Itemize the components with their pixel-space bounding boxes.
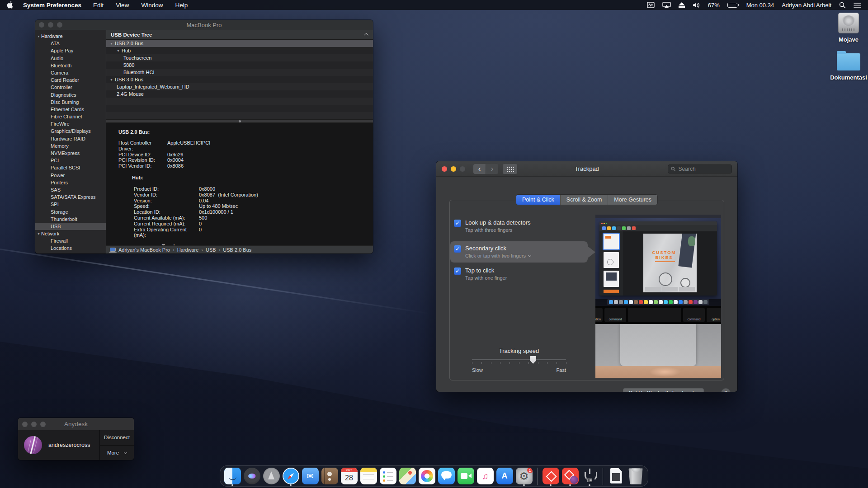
menu-bar-clock[interactable]: Mon 00.34: [746, 2, 774, 9]
dock-item-calendar[interactable]: OCT28: [340, 468, 358, 484]
sidebar-group-hardware[interactable]: ▼Hardware: [35, 33, 106, 40]
sidebar-item-disc-burning[interactable]: Disc Burning: [35, 99, 106, 106]
sidebar-item-nvmexpress[interactable]: NVMExpress: [35, 150, 106, 157]
tree-row-usb-3-0-bus[interactable]: ▼USB 3.0 Bus: [106, 76, 373, 83]
sidebar-item-hardware-raid[interactable]: Hardware RAID: [35, 135, 106, 142]
dock-item-app-store[interactable]: A: [495, 468, 514, 484]
breadcrumb-item[interactable]: Hardware: [177, 247, 199, 253]
tab-point-click[interactable]: Point & Click: [516, 195, 561, 205]
apple-menu[interactable]: [7, 1, 13, 9]
dock-item-reminders[interactable]: [379, 468, 397, 484]
notification-center-icon[interactable]: [854, 2, 861, 8]
tree-row-usb-2-0-bus[interactable]: ▼USB 2.0 Bus: [106, 40, 373, 47]
checkbox-tap-to-click[interactable]: ✓: [454, 267, 461, 275]
sidebar-item-memory[interactable]: Memory: [35, 142, 106, 150]
disclosure-triangle-icon[interactable]: ▼: [110, 76, 113, 84]
sidebar-item-sata-sata-express[interactable]: SATA/SATA Express: [35, 193, 106, 201]
sidebar-item-spi[interactable]: SPI: [35, 201, 106, 208]
disclosure-triangle-icon[interactable]: ▼: [37, 33, 40, 40]
dock-item-maps[interactable]: [398, 468, 416, 484]
dock-item-notes[interactable]: [359, 468, 377, 484]
slider-track[interactable]: [472, 359, 566, 360]
anydesk-titlebar[interactable]: Anydesk: [18, 418, 134, 430]
sidebar-item-usb[interactable]: USB: [35, 223, 106, 230]
checkbox-secondary-click[interactable]: ✓: [454, 245, 461, 253]
sidebar-item-diagnostics[interactable]: Diagnostics: [35, 91, 106, 99]
tree-row-hub[interactable]: ▼Hub: [106, 47, 373, 54]
trackpad-titlebar[interactable]: ‹ › Trackpad: [436, 161, 737, 177]
disclosure-triangle-icon[interactable]: ▼: [110, 40, 113, 47]
dock-item-anydesk[interactable]: [542, 468, 560, 484]
desktop-icon-dokumentasi[interactable]: Dokumentasi: [829, 53, 868, 81]
sidebar-item-ata[interactable]: ATA: [35, 40, 106, 47]
help-button[interactable]: ?: [721, 388, 731, 392]
sidebar-group-network[interactable]: ▼Network: [35, 230, 106, 237]
desktop-icon-mojave[interactable]: Mojave: [829, 13, 868, 43]
tree-row-touchscreen[interactable]: Touchscreen: [106, 54, 373, 61]
more-button[interactable]: More: [100, 445, 134, 460]
dock-item-claw-tool[interactable]: [580, 468, 599, 484]
disconnect-button[interactable]: Disconnect: [100, 430, 134, 445]
dock-item-finder[interactable]: [223, 468, 241, 484]
search-input[interactable]: [678, 165, 729, 173]
close-button[interactable]: [39, 22, 44, 28]
sidebar-item-firewall[interactable]: Firewall: [35, 237, 106, 244]
search-icon[interactable]: [839, 2, 846, 9]
menu-bar-user[interactable]: Adriyan Abdi Arbeit: [782, 2, 831, 9]
sidebar-item-printers[interactable]: Printers: [35, 179, 106, 186]
dock-item-facetime[interactable]: [457, 468, 475, 484]
sidebar-item-sas[interactable]: SAS: [35, 186, 106, 193]
breadcrumb-item[interactable]: Adriyan's MacBook Pro: [118, 247, 170, 253]
dock-item-launchpad[interactable]: [262, 468, 280, 484]
sidebar-item-ethernet-cards[interactable]: Ethernet Cards: [35, 106, 106, 113]
dock-item-contacts[interactable]: [321, 468, 339, 484]
tree-row-laptop-integrated-webcam-hd[interactable]: Laptop_Integrated_Webcam_HD: [106, 83, 373, 90]
close-button[interactable]: [442, 166, 447, 172]
sidebar-item-bluetooth[interactable]: Bluetooth: [35, 62, 106, 69]
sidebar-item-camera[interactable]: Camera: [35, 69, 106, 76]
activity-monitor-icon[interactable]: [647, 2, 655, 8]
eject-icon[interactable]: [679, 2, 685, 8]
sidebar-item-parallel-scsi[interactable]: Parallel SCSI: [35, 164, 106, 171]
sidebar-item-apple-pay[interactable]: Apple Pay: [35, 47, 106, 54]
sidebar-item-locations[interactable]: Locations: [35, 244, 106, 252]
disclosure-triangle-icon[interactable]: ▼: [117, 47, 120, 55]
menu-window[interactable]: Window: [141, 2, 163, 9]
airplay-display-icon[interactable]: [662, 2, 671, 8]
dock-item-trash[interactable]: [627, 468, 645, 484]
breadcrumb-item[interactable]: USB 2.0 Bus: [223, 247, 251, 253]
chevron-down-icon[interactable]: [528, 254, 531, 257]
tab-scroll-zoom[interactable]: Scroll & Zoom: [561, 195, 609, 205]
dock-item-anydesk-alt[interactable]: [561, 468, 579, 484]
dock-item-document-stack[interactable]: [607, 468, 625, 484]
menu-edit[interactable]: Edit: [93, 2, 104, 9]
checkbox-look-up-data-detectors[interactable]: ✓: [454, 220, 461, 227]
collapse-chevron-icon[interactable]: [364, 33, 368, 38]
sidebar-item-graphics-displays[interactable]: Graphics/Displays: [35, 127, 106, 135]
dock-item-safari[interactable]: [282, 468, 300, 484]
dock-item-system-preferences[interactable]: ⚙1: [515, 468, 533, 484]
back-button[interactable]: ‹: [473, 164, 486, 174]
dock-item-photos[interactable]: [418, 468, 436, 484]
zoom-button[interactable]: [460, 166, 465, 172]
dock-item-siri[interactable]: [243, 468, 261, 484]
dock-item-messages[interactable]: [437, 468, 455, 484]
breadcrumb-item[interactable]: USB: [206, 247, 216, 253]
sidebar-item-controller[interactable]: Controller: [35, 84, 106, 91]
sidebar-item-fibre-channel[interactable]: Fibre Channel: [35, 113, 106, 120]
tree-row-2-4g-mouse[interactable]: 2.4G Mouse: [106, 90, 373, 98]
menu-help[interactable]: Help: [175, 2, 188, 9]
show-all-preferences-button[interactable]: [503, 164, 517, 174]
zoom-button[interactable]: [57, 22, 62, 28]
app-menu-title[interactable]: System Preferences: [23, 2, 81, 9]
sidebar-item-pci[interactable]: PCI: [35, 157, 106, 164]
tree-row-5880[interactable]: 5880: [106, 61, 373, 69]
tree-row-bluetooth-hci[interactable]: Bluetooth HCI: [106, 69, 373, 76]
battery-icon[interactable]: [727, 3, 739, 8]
minimize-button[interactable]: [48, 22, 53, 28]
pane-splitter[interactable]: [106, 119, 373, 123]
dock-item-itunes[interactable]: ♫: [476, 468, 494, 484]
search-field[interactable]: [668, 164, 732, 174]
sidebar-item-storage[interactable]: Storage: [35, 208, 106, 216]
set-up-bluetooth-trackpad-button[interactable]: Set Up Bluetooth Trackpad...: [623, 388, 704, 392]
